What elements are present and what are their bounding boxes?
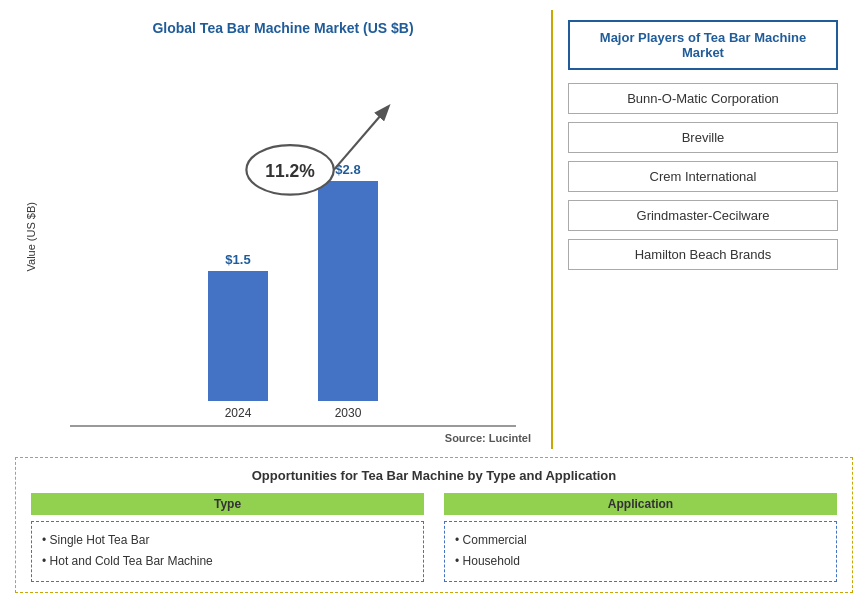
bar-group-2030: $2.8 2030 (318, 162, 378, 420)
chart-section: Global Tea Bar Machine Market (US $B) Va… (15, 10, 553, 449)
players-section: Major Players of Tea Bar Machine Market … (553, 10, 853, 449)
type-content: Single Hot Tea Bar Hot and Cold Tea Bar … (31, 521, 424, 582)
application-content: Commercial Household (444, 521, 837, 582)
type-column: Type Single Hot Tea Bar Hot and Cold Tea… (31, 493, 424, 582)
player-item-3: Grindmaster-Cecilware (568, 200, 838, 231)
main-container: Global Tea Bar Machine Market (US $B) Va… (0, 0, 868, 603)
svg-line-2 (334, 107, 388, 170)
bar-chart: $1.5 2024 $2.8 2030 (45, 46, 541, 427)
bottom-content: Type Single Hot Tea Bar Hot and Cold Tea… (31, 493, 837, 582)
player-item-4: Hamilton Beach Brands (568, 239, 838, 270)
cagr-arrow-svg: 11.2% (45, 46, 541, 425)
top-section: Global Tea Bar Machine Market (US $B) Va… (15, 10, 853, 449)
bar-group-2024: $1.5 2024 (208, 252, 268, 420)
bottom-section: Opportunities for Tea Bar Machine by Typ… (15, 457, 853, 593)
source-text: Source: Lucintel (25, 432, 541, 444)
bar-value-2030: $2.8 (335, 162, 360, 177)
player-item-2: Crem International (568, 161, 838, 192)
player-item-1: Breville (568, 122, 838, 153)
opportunities-title: Opportunities for Tea Bar Machine by Typ… (31, 468, 837, 483)
type-item-0: Single Hot Tea Bar (42, 530, 413, 552)
type-list: Single Hot Tea Bar Hot and Cold Tea Bar … (42, 530, 413, 573)
bar-value-2024: $1.5 (225, 252, 250, 267)
application-column: Application Commercial Household (444, 493, 837, 582)
application-header: Application (444, 493, 837, 515)
bar-label-2030: 2030 (335, 406, 362, 420)
player-item-0: Bunn-O-Matic Corporation (568, 83, 838, 114)
bar-2030 (318, 181, 378, 401)
bar-label-2024: 2024 (225, 406, 252, 420)
application-item-1: Household (455, 551, 826, 573)
bar-2024 (208, 271, 268, 401)
type-header: Type (31, 493, 424, 515)
x-axis-line (70, 425, 516, 427)
players-title: Major Players of Tea Bar Machine Market (568, 20, 838, 70)
application-item-0: Commercial (455, 530, 826, 552)
chart-title: Global Tea Bar Machine Market (US $B) (152, 20, 413, 36)
application-list: Commercial Household (455, 530, 826, 573)
chart-area: Value (US $B) $1.5 2024 $2.8 (25, 46, 541, 427)
y-axis-label: Value (US $B) (25, 202, 37, 272)
bars-container: $1.5 2024 $2.8 2030 (45, 46, 541, 425)
type-item-1: Hot and Cold Tea Bar Machine (42, 551, 413, 573)
svg-text:11.2%: 11.2% (265, 161, 315, 181)
